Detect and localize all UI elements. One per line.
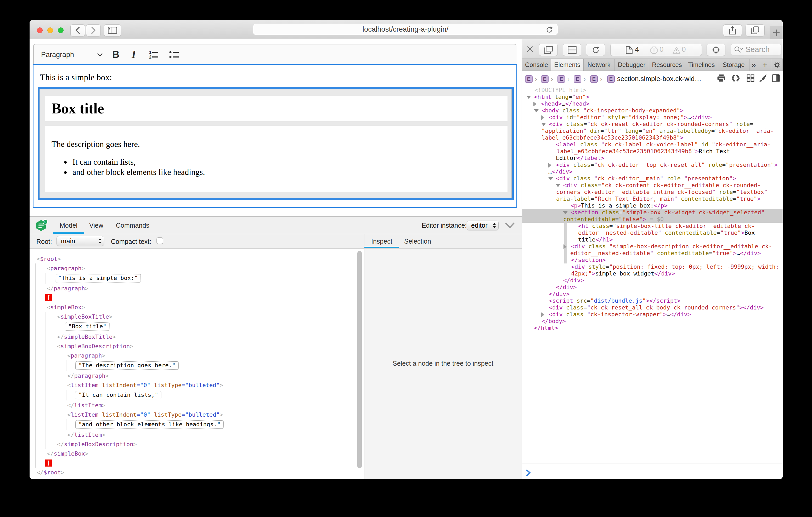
- dom-tree-line[interactable]: <html lang="en">: [534, 94, 589, 100]
- editor-instance-select[interactable]: editor: [467, 221, 499, 230]
- inspector-tab-model[interactable]: Model: [60, 217, 78, 234]
- detach-devtools-button[interactable]: [539, 44, 558, 56]
- quick-console[interactable]: [522, 463, 783, 479]
- inspector-tab-view[interactable]: View: [89, 217, 103, 234]
- model-element-open[interactable]: <paragraph>: [67, 351, 364, 360]
- model-element-open[interactable]: <paragraph>: [47, 264, 364, 273]
- dock-bottom-button[interactable]: [563, 44, 581, 56]
- ckeditor-editable[interactable]: This is a simple box: Box title The desc…: [33, 64, 517, 208]
- disclosure-triangle-open[interactable]: [563, 211, 568, 214]
- inspector-tab-selection[interactable]: Selection: [404, 234, 431, 248]
- source-code-icon[interactable]: [731, 74, 740, 82]
- dom-tree-line[interactable]: <label class="ck ck-label ck-voice-label…: [556, 141, 771, 148]
- model-text-node[interactable]: "Box title": [67, 321, 364, 332]
- element-picker-button[interactable]: [706, 44, 725, 56]
- dom-tree-line[interactable]: <body class="ck-inspector-body-expanded"…: [542, 107, 684, 114]
- dom-tree-line[interactable]: label_e63cbbfece34c53ce23501062343f49b8"…: [542, 134, 684, 141]
- model-element-open[interactable]: <simpleBoxTitle>: [57, 312, 364, 321]
- devtools-more-tabs[interactable]: »: [750, 59, 758, 70]
- dom-tree-line[interactable]: <!DOCTYPE html>: [534, 87, 586, 94]
- back-button[interactable]: [70, 24, 85, 36]
- dom-tree-line[interactable]: </div>: [549, 291, 570, 298]
- disclosure-triangle-closed[interactable]: [541, 312, 544, 317]
- disclosure-triangle-closed[interactable]: [533, 102, 536, 107]
- new-tab-button[interactable]: [770, 26, 783, 39]
- collapse-inspector-chevron-icon[interactable]: [505, 222, 515, 229]
- dom-tree-line[interactable]: <div class="ck ck-reset ck-editor ck-rou…: [549, 121, 753, 127]
- disclosure-triangle-open[interactable]: [534, 109, 539, 112]
- breadcrumb-element-badge[interactable]: E: [541, 75, 549, 83]
- model-element-close[interactable]: </paragraph>: [47, 283, 364, 293]
- model-text-node[interactable]: "and other block elements like headings.…: [78, 419, 364, 430]
- dom-tree-line[interactable]: …</div>: [548, 168, 573, 175]
- simple-box-description[interactable]: The description goes here. It can contai…: [45, 126, 508, 192]
- model-element-close[interactable]: </$root>: [37, 467, 364, 477]
- disclosure-triangle-open[interactable]: [541, 123, 546, 126]
- dom-tree-line[interactable]: </body>: [542, 318, 566, 325]
- model-element-close[interactable]: </simpleBoxDescription>: [57, 439, 364, 449]
- dom-tree-line[interactable]: corners ck-editor__editable_inline ck-fo…: [556, 189, 767, 195]
- dom-tree-line[interactable]: <p>This is a simple box:</p>: [571, 202, 668, 209]
- tab-overview-button[interactable]: [746, 24, 765, 36]
- breadcrumb-element-badge[interactable]: E: [590, 75, 598, 83]
- model-element-close[interactable]: </listItem>: [67, 400, 364, 410]
- forward-button[interactable]: [86, 24, 101, 36]
- disclosure-triangle-closed[interactable]: [548, 163, 551, 168]
- dom-tree-line[interactable]: <div class="ck ck-reset_all ck-body ck-r…: [549, 304, 763, 311]
- disclosure-triangle-closed[interactable]: [541, 115, 544, 120]
- disclosure-triangle-open[interactable]: [556, 184, 560, 187]
- model-text-node[interactable]: "It can contain lists,": [78, 390, 364, 400]
- share-button[interactable]: [723, 24, 742, 36]
- dom-tree-line[interactable]: </html>: [534, 325, 558, 331]
- model-element-open[interactable]: <simpleBox>: [47, 302, 364, 312]
- layout-grid-icon[interactable]: [747, 74, 754, 82]
- dom-tree-line[interactable]: <div class="ck ck-editor__main" role="pr…: [556, 175, 736, 182]
- devtools-tab-timelines[interactable]: Timelines: [685, 59, 718, 70]
- dom-tree-line[interactable]: <div class="ck ck-content ck-editor__edi…: [563, 182, 761, 189]
- model-tree-scrollbar[interactable]: [357, 251, 362, 468]
- devtools-add-tab[interactable]: +: [758, 59, 772, 70]
- devtools-tab-network[interactable]: Network: [584, 59, 614, 70]
- bulleted-list-button[interactable]: [169, 50, 179, 59]
- dom-tree-line[interactable]: editor__nested-editable" contenteditable…: [578, 230, 755, 236]
- devtools-tab-debugger[interactable]: Debugger: [614, 59, 649, 70]
- model-text-node[interactable]: "This is a simple box:": [57, 273, 364, 283]
- reload-icon[interactable]: [545, 26, 554, 34]
- dom-tree-line[interactable]: <head>…</head>: [541, 100, 589, 107]
- dom-tree-line[interactable]: </div>: [556, 284, 577, 291]
- heading-dropdown[interactable]: Paragraph: [41, 51, 103, 59]
- zoom-window-button[interactable]: [58, 27, 64, 33]
- devtools-tab-elements[interactable]: Elements: [551, 59, 584, 70]
- dom-tree-line[interactable]: editor__nested-editable" contenteditable…: [570, 250, 761, 257]
- numbered-list-button[interactable]: 1 2: [149, 50, 159, 59]
- sidebar-button[interactable]: [104, 24, 121, 36]
- inspector-tab-inspect[interactable]: Inspect: [371, 234, 393, 248]
- model-tree[interactable]: <$root><paragraph>"This is a simple box:…: [30, 249, 364, 479]
- disclosure-triangle-open[interactable]: [526, 96, 531, 99]
- disclosure-triangle-open[interactable]: [548, 177, 553, 180]
- italic-button[interactable]: I: [131, 50, 138, 60]
- devtools-search-field[interactable]: Search: [731, 44, 781, 55]
- dom-tree-line[interactable]: <script src="dist/bundle.js"></script>: [549, 298, 680, 304]
- dom-tree-line[interactable]: </div>: [563, 277, 584, 284]
- dom-tree-line[interactable]: <div style="position: fixed; top: 0px; l…: [571, 264, 779, 270]
- devtools-tab-resources[interactable]: Resources: [649, 59, 685, 70]
- breadcrumb-element-badge[interactable]: E: [557, 75, 565, 83]
- devtools-tab-console[interactable]: Console: [522, 59, 551, 70]
- close-devtools-icon[interactable]: [527, 46, 533, 53]
- devtools-tab-storage[interactable]: Storage: [718, 59, 750, 70]
- model-element-open[interactable]: <listItem listIndent="0" listType="bulle…: [67, 380, 364, 390]
- dom-tree-line[interactable]: <div class="ck-inspector-wrapper">…</div…: [549, 311, 691, 318]
- bold-button[interactable]: B: [112, 50, 120, 60]
- disclosure-triangle-closed[interactable]: [563, 244, 567, 249]
- simple-box-widget[interactable]: Box title The description goes here. It …: [39, 89, 512, 199]
- dom-tree-line[interactable]: <section class="simple-box ck-widget ck-…: [571, 209, 765, 216]
- model-element-close[interactable]: </listItem>: [67, 430, 364, 439]
- simple-box-title[interactable]: Box title: [45, 96, 508, 121]
- breadcrumb-element-badge[interactable]: E: [574, 75, 581, 83]
- breadcrumb-element-badge[interactable]: E: [607, 75, 615, 83]
- model-element-open[interactable]: <$root>: [37, 254, 364, 264]
- dom-tree-line[interactable]: <h1 class="simple-box-title ck-editor__e…: [578, 223, 755, 230]
- dom-tree-line[interactable]: </section>: [571, 257, 606, 264]
- dom-tree-line[interactable]: <div class="simple-box-description ck-ed…: [571, 243, 772, 250]
